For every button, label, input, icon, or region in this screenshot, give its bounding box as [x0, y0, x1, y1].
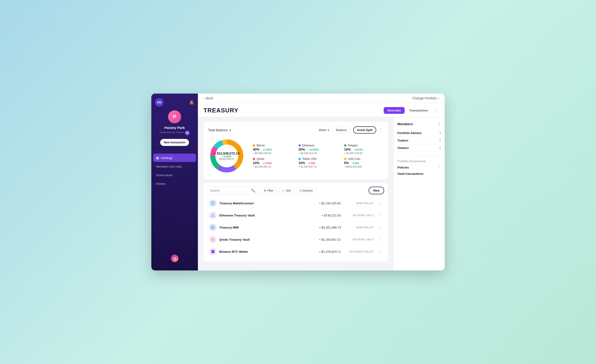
qredo-pct: 10% [253, 161, 259, 165]
donut-change-pct: + 6.918% [214, 155, 239, 158]
page-title: TREASURY [203, 107, 238, 114]
columns-button[interactable]: ⦀ Columns [296, 187, 316, 194]
tether-color-dot [298, 158, 301, 160]
ethereum-value: ≈ $2,529,614.42 [298, 152, 338, 155]
qredo-vault-icon [209, 236, 216, 243]
holding-type: EXCHANGE WALLET [348, 250, 374, 253]
back-chevron-icon: ‹ [203, 96, 205, 100]
table-row[interactable]: Treasury WalletConnect ≈ $2,234,325.82 W… [207, 197, 384, 209]
change-portfolio-button[interactable]: Change Portfolio › [412, 96, 439, 100]
vault-transactions-label: Vault transactions [397, 172, 424, 176]
sidebar-item-holdings[interactable]: ▦ Holdings [153, 154, 196, 162]
chart-controls: Week ∨ Balance Asset Split ⋮ [319, 126, 383, 134]
user-role-row: WORKSPACE ADMIN +3 [160, 131, 189, 135]
binance-icon: ₿ [209, 248, 216, 255]
filter-button[interactable]: ⇅ Filter [261, 187, 276, 194]
holding-type: WEB3 WALLET [348, 202, 374, 205]
table-row[interactable]: Ethereum Treasury Vault ≈ $738,221.50 NE… [207, 209, 384, 221]
header-more-icon[interactable]: ⋮ [432, 107, 439, 114]
holding-amount: ≈ $2,234,325.82 [313, 201, 341, 205]
search-input[interactable] [210, 189, 249, 192]
policies-label: Policies [397, 166, 409, 169]
asset-split-button[interactable]: Asset Split [353, 126, 376, 134]
holding-amount: ≈ $738,221.50 [313, 214, 341, 217]
chart-more-icon[interactable]: ⋮ [379, 127, 383, 133]
sidebar-item-governance[interactable]: Governance [153, 171, 196, 179]
search-box[interactable]: 🔍 [207, 187, 258, 194]
header-tabs: Overview Transactions ⋮ [384, 107, 439, 114]
usdcoin-change: ↑ 0.004 [351, 162, 359, 164]
holding-more-icon[interactable]: ⋮ [377, 238, 382, 242]
columns-icon: ⦀ [299, 189, 301, 192]
balance-button[interactable]: Balance [332, 126, 350, 133]
tether-pct: 10% [298, 161, 305, 165]
sort-button[interactable]: ↑↓ Sort [279, 187, 294, 194]
bell-icon[interactable]: 🔔 [189, 100, 194, 105]
tab-transactions[interactable]: Transactions [406, 107, 432, 114]
table-row[interactable]: Treasury MMI ≈ $3,351,488.73 WEB3 WALLET… [207, 221, 384, 233]
table-row[interactable]: Qredo Treasury Vault ≈ $1,264,807.21 NET… [207, 233, 384, 245]
holding-name: Binance BTC Wallet [219, 250, 313, 253]
svg-point-13 [212, 239, 214, 240]
portfolio-admins-count: 3 [439, 131, 441, 135]
ethereum-color-dot [298, 144, 301, 147]
qredo-change: ↓ 1.725% [261, 162, 272, 164]
bitcoin-change: ↑ 2.755% [261, 148, 272, 151]
sidebar-item-members[interactable]: Members and roles [153, 163, 196, 171]
holding-more-icon[interactable]: ⋮ [377, 250, 382, 254]
chart-section: Total Balance ∨ Week ∨ Balance Asset Spl… [203, 122, 388, 179]
new-button[interactable]: New [369, 187, 384, 194]
sort-label: Sort [286, 189, 291, 192]
content-area: Total Balance ∨ Week ∨ Balance Asset Spl… [198, 117, 445, 270]
members-more-icon[interactable]: ⋮ [437, 122, 441, 126]
legend-item-tether: Tether USD 10% ↓ 0.003 ≈ $1,264,807.21 [298, 157, 338, 168]
sidebar-bottom: Q [167, 251, 182, 266]
svg-point-12 [211, 238, 214, 241]
tether-value: ≈ $1,264,807.21 [298, 165, 338, 168]
total-balance-text: Total Balance [208, 128, 228, 132]
policies-more-icon[interactable]: ⋮ [437, 165, 441, 170]
holding-more-icon[interactable]: ⋮ [377, 201, 382, 206]
donut-chart: ≈ $12,648,072.10 + 6.918% $8,853,650.47 [208, 137, 245, 175]
sidebar-item-governance-label: Governance [156, 173, 172, 177]
total-balance-dropdown[interactable]: Total Balance ∨ [208, 128, 231, 132]
qredo-logo: Q [171, 255, 178, 262]
svg-point-10 [212, 227, 213, 228]
ethereum-change: ↑ +0.915% [307, 148, 319, 151]
table-row[interactable]: ₿ Binance BTC Wallet ≈ $1,478,923.71 EXC… [207, 245, 384, 258]
sidebar-item-history[interactable]: History [153, 180, 196, 188]
week-chevron-icon: ∨ [327, 128, 330, 132]
bitcoin-pct: 40% [253, 148, 259, 151]
sidebar-nav: ▦ Holdings Members and roles Governance … [151, 154, 198, 188]
traders-count: 2 [439, 139, 441, 142]
bitcoin-value: ≈ $5,059,228.84 [253, 152, 292, 155]
total-balance-chevron-icon: ∨ [229, 128, 231, 132]
members-section-title: Members ⋮ [397, 122, 441, 126]
tab-overview[interactable]: Overview [384, 107, 405, 114]
back-button[interactable]: ‹ Back [203, 96, 213, 100]
traders-row: Traders 2 [397, 137, 441, 144]
usdcoin-pct: 5% [344, 161, 349, 165]
vault-transactions-row: Vault transactions [397, 172, 441, 176]
policies-row: Policies ⋮ [397, 165, 441, 170]
polygon-pct: 15% [344, 148, 351, 151]
usdcoin-value: ≈ $632,403.605 [344, 165, 383, 168]
new-transaction-button[interactable]: New transaction [160, 139, 189, 146]
holding-name: Treasury MMI [219, 226, 313, 229]
qredo-label: Qredo [257, 157, 264, 161]
week-selector[interactable]: Week ∨ [319, 128, 330, 132]
holding-amount: ≈ $1,478,923.71 [313, 250, 341, 253]
right-panel-divider [397, 156, 441, 156]
donut-total-amount: ≈ $12,648,072.10 [214, 151, 239, 155]
members-title-text: Members [397, 122, 413, 126]
portfolio-admins-label: Portfolio Admins [397, 131, 422, 135]
holding-more-icon[interactable]: ⋮ [377, 225, 382, 230]
change-portfolio-label: Change Portfolio [412, 96, 437, 100]
forward-chevron-icon: › [438, 96, 439, 100]
sidebar-item-members-label: Members and roles [156, 165, 182, 168]
donut-center: ≈ $12,648,072.10 + 6.918% $8,853,650.47 [214, 151, 239, 160]
legend-item-polygon: Polygon 15% ↑ 4.972% ≈ $1,897,210.82 [344, 144, 383, 155]
holdings-section: 🔍 ⇅ Filter ↑↓ Sort ⦀ Columns [203, 183, 388, 261]
holding-more-icon[interactable]: ⋮ [377, 213, 382, 218]
week-label: Week [319, 128, 326, 132]
